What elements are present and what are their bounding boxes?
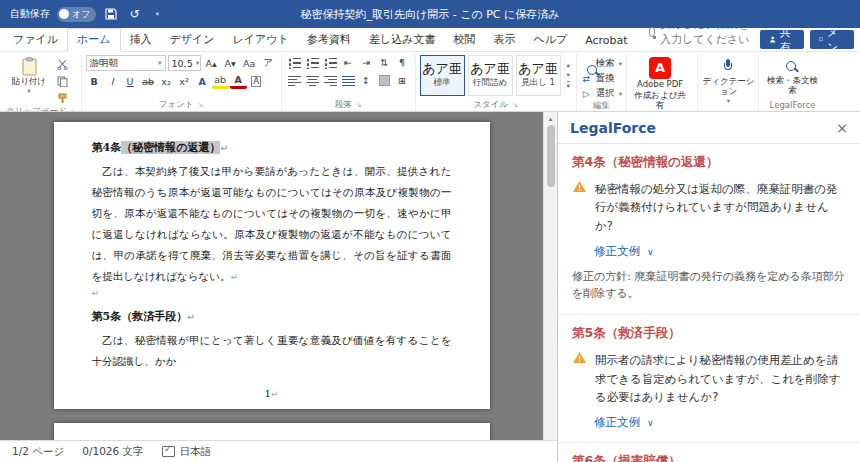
replace-button[interactable]: ⇄ 置換 xyxy=(581,72,622,85)
find-caret-icon: ▾ xyxy=(619,60,622,68)
undo-icon[interactable]: ↺ xyxy=(126,6,142,22)
line-spacing-button[interactable]: ↕ xyxy=(358,73,375,88)
word-window: 自動保存 オフ ↺ ▾ 秘密保持契約_取引先向け開示 - この PC に保存済み… xyxy=(0,0,860,462)
select-icon: ▷ xyxy=(581,89,592,99)
chevron-down-icon: ∨ xyxy=(647,418,654,428)
cut-icon[interactable] xyxy=(54,57,71,72)
group-font: 游明朝 ▾ 10.5 ▾ A▴ A▾ Aa ア B xyxy=(82,54,282,111)
style-normal[interactable]: あア亜 標準 xyxy=(420,55,465,96)
page-1[interactable]: 第4条（秘密情報の返還）↵ 乙は、本契約終了後又は甲から要請があったときは、開示… xyxy=(54,122,490,409)
tab-design[interactable]: デザイン xyxy=(161,29,224,51)
multilevel-list-button[interactable] xyxy=(322,55,339,70)
style-heading1[interactable]: あア亜 見出し 1 xyxy=(516,55,561,96)
ribbon: 貼り付け ▾ クリップボード ↘ xyxy=(0,52,860,112)
decrease-indent-button[interactable]: ⇤ xyxy=(340,55,357,70)
dictation-button[interactable]: ディクテーション ▾ xyxy=(702,55,754,105)
tab-acrobat[interactable]: Acrobat xyxy=(576,31,636,51)
change-case-button[interactable]: Aa xyxy=(241,56,258,71)
group-adobe: A Adobe PDF 作成および共有 Adobe Acrobat xyxy=(627,54,698,111)
shading-button[interactable] xyxy=(376,73,393,88)
select-button[interactable]: ▷ 選択 ▾ xyxy=(581,87,622,100)
paste-button[interactable]: 貼り付け ▾ xyxy=(6,55,52,95)
tab-references[interactable]: 参考資料 xyxy=(298,29,360,51)
format-painter-icon[interactable] xyxy=(54,91,71,106)
word-count-status[interactable]: 0/1026 文字 xyxy=(82,445,143,459)
text-effects-button[interactable]: A xyxy=(194,74,211,89)
style-no-spacing[interactable]: あア亜 行間詰め xyxy=(468,55,513,96)
highlight-color-button[interactable]: ab xyxy=(212,74,229,89)
tab-insert[interactable]: 挿入 xyxy=(121,29,161,51)
styles-group-label: スタイル xyxy=(473,99,508,111)
scroll-up-icon[interactable]: ▴ xyxy=(549,112,553,125)
font-size-select[interactable]: 10.5 ▾ xyxy=(168,55,201,71)
increase-indent-button[interactable]: ⇥ xyxy=(358,55,375,70)
font-dialog-launcher-icon[interactable]: ↘ xyxy=(198,101,204,109)
clause4-title-highlighted: （秘密情報の返還） xyxy=(121,141,220,154)
save-icon[interactable] xyxy=(103,6,119,22)
tab-mailings[interactable]: 差し込み文書 xyxy=(360,29,445,51)
page-count-status[interactable]: 1/2 ページ xyxy=(12,445,64,459)
tab-review[interactable]: 校閲 xyxy=(444,29,484,51)
pane-section-clause6: 第6条（損害賠償） 「一切の損害」が損害賠償の範囲に含まれる規定となっていますが… xyxy=(558,443,860,462)
subscript-button[interactable]: x₂ xyxy=(158,74,175,89)
bullets-button[interactable] xyxy=(286,55,303,70)
fix-example-link-1[interactable]: 修正文例 ∨ xyxy=(594,244,846,259)
comments-button[interactable]: コメント xyxy=(810,30,854,49)
tab-home[interactable]: ホーム xyxy=(67,28,121,52)
bold-button[interactable]: B xyxy=(86,74,103,89)
underline-button[interactable]: U xyxy=(122,74,139,89)
italic-button[interactable]: I xyxy=(104,74,121,89)
show-marks-button[interactable]: ¶ xyxy=(394,55,411,70)
autosave-toggle[interactable]: オフ xyxy=(57,7,96,22)
copy-icon[interactable] xyxy=(54,74,71,89)
paste-dropdown-icon[interactable]: ▾ xyxy=(27,88,30,95)
tab-help[interactable]: ヘルプ xyxy=(524,29,576,51)
align-center-button[interactable] xyxy=(304,73,321,88)
chevron-down-icon: ∨ xyxy=(647,247,654,257)
ruby-button[interactable]: ア xyxy=(260,56,277,71)
shrink-font-button[interactable]: A▾ xyxy=(222,56,239,71)
grow-font-button[interactable]: A▴ xyxy=(203,56,220,71)
autosave-label: 自動保存 xyxy=(10,7,50,21)
adobe-pdf-button[interactable]: A Adobe PDF 作成および共有 xyxy=(631,55,689,110)
styles-scroll-down-icon[interactable]: ▾ xyxy=(567,71,570,79)
align-left-button[interactable] xyxy=(286,73,303,88)
styles-gallery-more-icon[interactable]: ▾ xyxy=(567,81,570,90)
legal-search-button[interactable]: 検索・条文検索 xyxy=(763,55,821,96)
group-styles: あア亜 標準 あア亜 行間詰め あア亜 見出し 1 ▴ ▾ ▾ スタイ xyxy=(416,54,577,111)
document-canvas[interactable]: 第4条（秘密情報の返還）↵ 乙は、本契約終了後又は甲から要請があったときは、開示… xyxy=(0,112,557,440)
vertical-scrollbar[interactable]: ▴ xyxy=(543,112,557,440)
enclose-characters-button[interactable]: A xyxy=(251,76,261,87)
tab-layout[interactable]: レイアウト xyxy=(224,29,298,51)
fix-example-link-2[interactable]: 修正文例 ∨ xyxy=(594,415,846,430)
font-color-button[interactable]: A xyxy=(230,74,247,89)
borders-button[interactable]: ⊞ xyxy=(394,73,411,88)
align-right-button[interactable] xyxy=(322,73,339,88)
sort-button[interactable]: ⇅ xyxy=(376,55,393,70)
tab-view[interactable]: 表示 xyxy=(484,29,524,51)
document-area: 第4条（秘密情報の返還）↵ 乙は、本契約終了後又は甲から要請があったときは、開示… xyxy=(0,112,557,462)
share-button[interactable]: 共有 xyxy=(760,30,804,49)
superscript-button[interactable]: x² xyxy=(176,74,193,89)
paragraph-dialog-launcher-icon[interactable]: ↘ xyxy=(356,101,362,109)
legalforce-group-label: LegalForce xyxy=(770,100,816,110)
pane-clause6-heading: 第6条（損害賠償） xyxy=(572,453,846,462)
scrollbar-thumb[interactable] xyxy=(547,125,555,187)
font-name-select[interactable]: 游明朝 ▾ xyxy=(86,55,166,71)
pane-title: LegalForce xyxy=(570,120,656,136)
styles-scroll-up-icon[interactable]: ▴ xyxy=(567,61,570,69)
numbering-button[interactable] xyxy=(304,55,321,70)
pane-close-icon[interactable]: × xyxy=(836,120,848,136)
shading-swatch-icon xyxy=(379,75,390,86)
page-2[interactable]: ZeLo Model xyxy=(54,423,490,440)
status-bar: 1/2 ページ 0/1026 文字 日本語 xyxy=(0,440,557,462)
styles-dialog-launcher-icon[interactable]: ↘ xyxy=(512,101,518,109)
find-button[interactable]: 検索 ▾ xyxy=(581,57,622,70)
strikethrough-button[interactable]: ab xyxy=(140,74,157,89)
justify-button[interactable] xyxy=(340,73,357,88)
pane-clause4-warning: 秘密情報の処分又は返却の際、廃棄証明書の発行が義務付けられていますが問題ありませ… xyxy=(595,180,846,235)
language-status[interactable]: 日本語 xyxy=(162,445,212,459)
pane-section-clause4: 第4条（秘密情報の返還） 秘密情報の処分又は返却の際、廃棄証明書の発行が義務付け… xyxy=(558,144,860,315)
undo-dropdown-icon[interactable]: ▾ xyxy=(149,6,165,22)
tab-file[interactable]: ファイル xyxy=(4,29,67,51)
